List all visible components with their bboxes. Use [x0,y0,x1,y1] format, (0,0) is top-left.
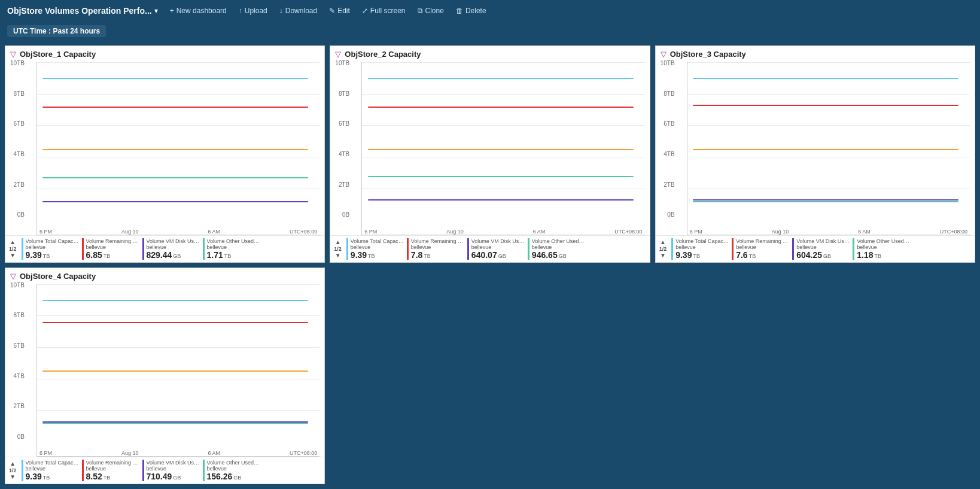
page-prev-btn[interactable]: ▲ [9,239,16,246]
top-header: ObjStore Volumes Operation Perfo... ▾ + … [0,0,980,22]
edit-icon: ✎ [329,7,335,15]
clone-button[interactable]: ⧉ Clone [413,4,449,17]
stat-block-2-1: Volume Remaining Cap... bellevue 7.8TB [407,238,465,260]
delete-icon: 🗑 [456,7,463,15]
y-axis-4: 10TB8TB6TB4TB2TB0B [8,282,27,441]
y-axis-2: 10TB8TB6TB4TB2TB0B [333,60,352,218]
stat-label: Volume Total Capacit... [26,238,80,244]
page-next-btn[interactable]: ▼ [9,473,16,481]
page-nav-4: ▲ 1/2 ▼ [9,460,17,481]
page-nav-2: ▲ 1/2 ▼ [334,239,342,259]
time-filter-badge[interactable]: UTC Time : Past 24 hours [7,25,106,37]
plus-icon: + [170,7,174,15]
stat-sublabel: bellevue [86,244,140,250]
stat-sublabel: bellevue [736,244,790,250]
grid-line [37,62,319,63]
data-line-1 [42,322,308,323]
stat-label: Volume VM Disk Used ... [796,238,850,244]
data-line-4 [42,421,308,423]
data-line-1 [693,105,958,106]
page-next-btn[interactable]: ▼ [659,252,666,259]
stat-block-3-3: Volume Other Used Ca... bellevue 1.18TB [853,238,911,260]
stats-area-3: ▲ 1/2 ▼Volume Total Capacit... bellevue … [656,235,975,262]
clone-icon: ⧉ [418,7,423,15]
stat-block-4-2: Volume VM Disk Used ... bellevue 710.49G… [142,460,200,481]
stat-label: Volume VM Disk Used ... [147,460,200,466]
panel-2: ▽ ObjStore_2 Capacity10TB8TB6TB4TB2TB0B6… [330,45,650,263]
filter-icon[interactable]: ▽ [10,50,16,59]
stat-value: 1.18TB [857,250,911,260]
data-line-4 [42,201,308,202]
stat-label: Volume Other Used Ca... [532,238,586,244]
stat-block-1-1: Volume Remaining Cap... bellevue 6.85TB [82,238,140,260]
edit-button[interactable]: ✎ Edit [324,4,355,17]
data-line-3 [368,199,634,201]
x-axis-2: 6 PMAug 106 AMUTC+08:00 [362,220,644,235]
page-indicator: 1/2 [659,246,667,252]
stat-sublabel: bellevue [532,244,586,250]
stat-label: Volume Other Used Ca... [857,238,911,244]
chart-area-1: 10TB8TB6TB4TB2TB0B6 PMAug 106 AMUTC+08:0… [5,60,324,235]
stat-block-1-3: Volume Other Used Ca... bellevue 1.71TB [203,238,261,260]
download-icon: ↓ [279,7,283,15]
stat-sublabel: bellevue [675,244,729,250]
page-nav-3: ▲ 1/2 ▼ [659,239,667,259]
grid-line [687,189,970,189]
page-nav-1: ▲ 1/2 ▼ [9,239,17,259]
stat-label: Volume Total Capacit... [675,238,729,244]
grid-line [37,157,319,157]
stat-value: 829.44GB [147,250,200,260]
page-indicator: 1/2 [9,467,17,473]
grid-line [37,94,319,95]
panel-3: ▽ ObjStore_3 Capacity10TB8TB6TB4TB2TB0B6… [655,45,975,263]
panel-header-1: ▽ ObjStore_1 Capacity [5,46,324,60]
stat-label: Volume Other Used Ca... [207,460,261,466]
stat-label: Volume VM Disk Used ... [147,238,200,244]
filter-icon[interactable]: ▽ [10,272,16,281]
data-line-2 [42,149,308,150]
page-prev-btn[interactable]: ▲ [9,460,16,467]
stat-label: Volume Total Capacit... [351,238,404,244]
data-line-2 [368,149,634,150]
data-line-2 [42,370,308,372]
chart-area-4: 10TB8TB6TB4TB2TB0B6 PMAug 106 AMUTC+08:0… [5,282,324,457]
new-dashboard-button[interactable]: + New dashboard [165,4,232,17]
stat-sublabel: bellevue [26,244,80,250]
panel-title-4: ObjStore_4 Capacity [20,272,96,281]
stat-block-3-1: Volume Remaining Cap... bellevue 7.6TB [732,238,790,260]
upload-button[interactable]: ↑ Upload [234,4,272,17]
filter-icon[interactable]: ▽ [661,50,666,59]
stat-value: 6.85TB [86,250,140,260]
stat-sublabel: bellevue [86,466,140,472]
stat-sublabel: bellevue [207,466,261,472]
stat-value: 9.39TB [26,472,80,481]
grid-line [37,284,319,285]
stat-value: 8.52TB [86,472,140,481]
stat-sublabel: bellevue [26,466,80,472]
stat-sublabel: bellevue [857,244,911,250]
grid-line [37,315,319,316]
download-button[interactable]: ↓ Download [275,4,322,17]
page-prev-btn[interactable]: ▲ [334,239,342,246]
chart-inner-4: 6 PMAug 106 AMUTC+08:00 [36,284,319,457]
stat-block-2-0: Volume Total Capacit... bellevue 9.39TB [346,238,404,260]
page-prev-btn[interactable]: ▲ [659,239,666,246]
stat-block-2-2: Volume VM Disk Used ... bellevue 640.07G… [467,238,525,260]
stat-sublabel: bellevue [207,244,261,250]
y-axis-1: 10TB8TB6TB4TB2TB0B [8,60,27,218]
fullscreen-button[interactable]: ⤢ Full screen [357,4,410,17]
delete-button[interactable]: 🗑 Delete [451,4,491,17]
page-next-btn[interactable]: ▼ [9,252,16,259]
grid-line [362,189,644,189]
grid-line [362,157,644,157]
filter-icon[interactable]: ▽ [335,50,341,59]
panel-header-4: ▽ ObjStore_4 Capacity [5,268,324,282]
stat-label: Volume Remaining Cap... [736,238,790,244]
y-axis-3: 10TB8TB6TB4TB2TB0B [658,60,677,218]
panel-title-2: ObjStore_2 Capacity [345,50,421,59]
x-axis-3: 6 PMAug 106 AMUTC+08:00 [687,220,970,235]
data-line-0 [42,300,308,301]
stat-sublabel: bellevue [796,244,850,250]
page-next-btn[interactable]: ▼ [334,252,342,259]
chevron-down-icon[interactable]: ▾ [154,7,158,15]
